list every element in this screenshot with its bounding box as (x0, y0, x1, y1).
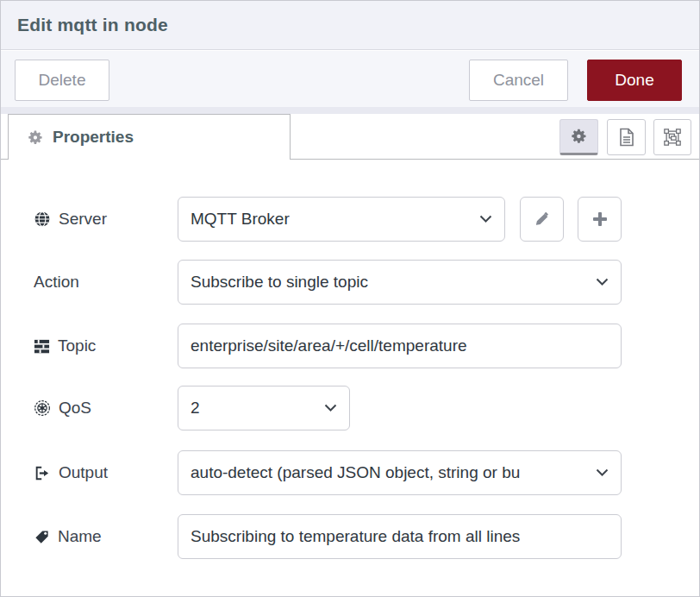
document-icon (618, 128, 635, 147)
globe-icon (34, 211, 51, 228)
chevron-down-icon (324, 404, 337, 412)
done-button[interactable]: Done (587, 60, 682, 101)
qos-label: QoS (34, 386, 91, 430)
gear-icon (28, 129, 44, 146)
name-label: Name (34, 514, 102, 559)
name-input[interactable] (178, 514, 622, 559)
cancel-button[interactable]: Cancel (469, 60, 568, 101)
server-select[interactable]: MQTT Broker (178, 197, 505, 242)
tasks-icon (34, 338, 50, 355)
action-select[interactable]: Subscribe to single topic (178, 260, 622, 305)
chevron-down-icon (479, 215, 492, 223)
plus-icon (592, 211, 608, 227)
output-select[interactable]: auto-detect (parsed JSON object, string … (178, 450, 622, 495)
server-label: Server (34, 197, 107, 242)
empire-icon (34, 399, 51, 417)
dialog-toolbar: Delete Cancel Done (1, 51, 699, 107)
topic-input[interactable] (178, 324, 622, 368)
properties-gear-tab-button[interactable] (559, 119, 598, 155)
edit-server-button[interactable] (520, 197, 564, 242)
chevron-down-icon (596, 278, 609, 286)
tab-properties-label: Properties (53, 128, 134, 147)
appearance-tab-button[interactable] (653, 119, 691, 155)
tab-bar: Properties (1, 114, 699, 160)
properties-form: Server MQTT Broker (1, 160, 699, 596)
edit-mqtt-in-node-dialog: Edit mqtt in node Delete Cancel Done Pro… (0, 0, 700, 597)
tag-icon (34, 529, 50, 545)
delete-button[interactable]: Delete (15, 60, 109, 101)
dialog-title: Edit mqtt in node (17, 15, 168, 35)
qos-select[interactable]: 2 (178, 386, 350, 430)
topic-label: Topic (34, 324, 96, 368)
pencil-icon (534, 211, 550, 228)
gear-icon (571, 128, 588, 145)
tab-properties[interactable]: Properties (8, 114, 291, 160)
appearance-frame-icon (663, 128, 682, 147)
action-label: Action (34, 260, 79, 305)
add-server-button[interactable] (578, 197, 622, 242)
sign-out-icon (34, 465, 51, 481)
description-tab-button[interactable] (607, 119, 646, 155)
toolbar-separator (1, 107, 699, 114)
dialog-header: Edit mqtt in node (1, 1, 699, 50)
output-label: Output (34, 450, 108, 495)
chevron-down-icon (596, 468, 609, 477)
